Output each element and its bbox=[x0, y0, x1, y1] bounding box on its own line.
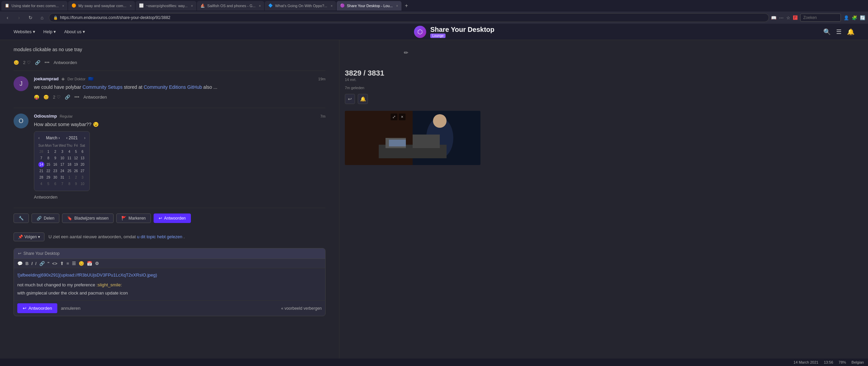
star-icon[interactable]: ☆ bbox=[786, 15, 790, 20]
post-2-link-github[interactable]: GitHub bbox=[187, 84, 202, 90]
sidebar-notify-btn[interactable]: 🔔 bbox=[358, 94, 368, 104]
back-button[interactable]: ‹ bbox=[3, 13, 12, 22]
cal-day-11[interactable]: 11 bbox=[66, 155, 72, 161]
notifications-icon[interactable]: 🔔 bbox=[847, 28, 854, 36]
cal-day-next-1[interactable]: 1 bbox=[66, 175, 72, 180]
cal-day-27[interactable]: 27 bbox=[80, 168, 85, 174]
compose-body[interactable]: ![afbeelding|690x291](upload://fR3bUUjsD… bbox=[14, 268, 325, 300]
cal-day-next-9[interactable]: 9 bbox=[73, 181, 79, 187]
cal-prev-btn[interactable]: ‹ bbox=[38, 136, 40, 140]
cal-day-next-6[interactable]: 6 bbox=[52, 181, 58, 187]
tab-5[interactable]: 🔷 What's Going On With Oppo?... × bbox=[265, 1, 336, 11]
tab-2-close[interactable]: × bbox=[130, 4, 132, 8]
refresh-button[interactable]: ↻ bbox=[26, 13, 35, 22]
tab-5-close[interactable]: × bbox=[331, 4, 333, 8]
cal-day-22[interactable]: 22 bbox=[45, 168, 52, 174]
nav-websites[interactable]: Websites ▾ bbox=[14, 29, 35, 34]
tab-6[interactable]: 🟣 Share Your Desktop - Lou... × bbox=[337, 1, 401, 11]
cal-day-5[interactable]: 5 bbox=[73, 149, 79, 155]
menu-icon[interactable]: ⋯ bbox=[779, 15, 784, 20]
compose-link-gsimplecal[interactable]: gsimplecal bbox=[26, 290, 47, 296]
post-1-link-btn[interactable]: 🔗 bbox=[35, 60, 40, 65]
preview-expand-btn[interactable]: ⤢ bbox=[391, 114, 397, 120]
cal-day-16[interactable]: 16 bbox=[52, 162, 58, 167]
post-2-emoji-btn[interactable]: 😊 bbox=[43, 95, 49, 100]
compose-link-tool[interactable]: 🔗 bbox=[39, 261, 45, 266]
reader-mode-icon[interactable]: 📖 bbox=[771, 15, 776, 20]
cal-day-next-7[interactable]: 7 bbox=[59, 181, 66, 187]
nav-about[interactable]: About us ▾ bbox=[64, 29, 85, 34]
compose-emoji-tool[interactable]: 💬 bbox=[17, 261, 23, 266]
cal-day-next-3[interactable]: 3 bbox=[80, 175, 85, 180]
cal-day-prev-28[interactable]: 28 bbox=[38, 149, 44, 155]
post-2-link-community[interactable]: Community Setups bbox=[82, 84, 122, 90]
cal-day-31[interactable]: 31 bbox=[59, 175, 66, 180]
compose-settings-tool[interactable]: ⚙ bbox=[95, 261, 99, 266]
extensions-icon[interactable]: 🧩 bbox=[852, 15, 857, 20]
nav-help[interactable]: Help ▾ bbox=[43, 29, 56, 34]
post-3-author[interactable]: Odiouslmp bbox=[34, 114, 57, 119]
tab-4[interactable]: ⛵ Sailfish OS and phones - G... × bbox=[197, 1, 264, 11]
compose-slash-tool[interactable]: / bbox=[35, 261, 37, 266]
forward-button[interactable]: › bbox=[14, 13, 24, 22]
cal-day-4[interactable]: 4 bbox=[66, 149, 72, 155]
new-tab-button[interactable]: + bbox=[402, 3, 411, 9]
sync-icon[interactable]: 🔄 bbox=[860, 15, 865, 20]
cal-day-6[interactable]: 6 bbox=[80, 149, 85, 155]
cal-next-btn[interactable]: › bbox=[84, 136, 85, 140]
cal-day-3[interactable]: 3 bbox=[59, 149, 66, 155]
cal-day-15[interactable]: 15 bbox=[45, 162, 52, 167]
cal-day-13[interactable]: 13 bbox=[80, 155, 85, 161]
compose-preview-toggle[interactable]: « voorbeeld verbergen bbox=[281, 306, 322, 311]
reply-toolbar-button[interactable]: ↩ Antwoorden bbox=[154, 214, 191, 223]
follow-button[interactable]: 📌 Volgen ▾ bbox=[14, 232, 44, 241]
cal-day-8[interactable]: 8 bbox=[45, 155, 52, 161]
post-2-author[interactable]: joekamprad bbox=[34, 76, 59, 81]
cal-day-2[interactable]: 2 bbox=[52, 149, 58, 155]
compose-quote-tool[interactable]: " bbox=[47, 261, 50, 266]
sidebar-reply-btn[interactable]: ↩ bbox=[345, 94, 355, 104]
post-3-reply-btn[interactable]: Antwoorden bbox=[34, 195, 57, 200]
compose-cancel-button[interactable]: annuleren bbox=[61, 306, 80, 311]
cal-day-24[interactable]: 24 bbox=[59, 168, 66, 174]
compose-list-tool[interactable]: ≡ bbox=[66, 261, 69, 266]
cal-day-19[interactable]: 19 bbox=[73, 162, 79, 167]
pocket-icon[interactable]: 🅿 bbox=[793, 15, 797, 20]
cal-day-next-10[interactable]: 10 bbox=[80, 181, 85, 187]
post-2-reply-btn[interactable]: Antwoorden bbox=[83, 95, 107, 100]
edit-icon[interactable]: ✏ bbox=[404, 50, 408, 56]
post-1-more-btn[interactable]: ••• bbox=[44, 60, 50, 65]
wrench-button[interactable]: 🔧 bbox=[14, 214, 29, 223]
cal-day-29[interactable]: 29 bbox=[45, 175, 52, 180]
compose-code-tool[interactable]: <> bbox=[52, 261, 57, 266]
cal-day-10[interactable]: 10 bbox=[59, 155, 66, 161]
post-1-emoji-btn[interactable]: 😊 bbox=[14, 60, 19, 65]
cal-day-12[interactable]: 12 bbox=[73, 155, 79, 161]
compose-italic-tool[interactable]: I bbox=[31, 261, 33, 266]
compose-link-pacman[interactable]: pacman bbox=[88, 290, 104, 296]
cal-day-20[interactable]: 20 bbox=[80, 162, 85, 167]
post-1-reply-btn[interactable]: Antwoorden bbox=[54, 60, 77, 65]
tab-1[interactable]: 📋 Using state for exec comm... × bbox=[1, 1, 67, 11]
cal-day-9[interactable]: 9 bbox=[52, 155, 58, 161]
cal-day-30[interactable]: 30 bbox=[52, 175, 58, 180]
cal-day-next-4[interactable]: 4 bbox=[38, 181, 44, 187]
tab-1-close[interactable]: × bbox=[62, 4, 64, 8]
post-2-link-btn[interactable]: 🔗 bbox=[65, 95, 70, 100]
compose-bold-tool[interactable]: B bbox=[25, 261, 28, 266]
cal-day-25[interactable]: 25 bbox=[66, 168, 72, 174]
compose-date-tool[interactable]: 📅 bbox=[87, 261, 92, 266]
account-icon[interactable]: 👤 bbox=[844, 15, 849, 20]
follow-notice-link[interactable]: u dit topic hebt gelezen bbox=[137, 234, 182, 239]
tab-2[interactable]: 🟠 My sway and swaybar com... × bbox=[68, 1, 135, 11]
share-button[interactable]: 🔗 Delen bbox=[32, 214, 59, 223]
cal-day-1[interactable]: 1 bbox=[45, 149, 52, 155]
cal-day-next-8[interactable]: 8 bbox=[66, 181, 72, 187]
hamburger-menu-icon[interactable]: ☰ bbox=[836, 28, 842, 36]
post-1-like-btn[interactable]: 2 ♡ bbox=[23, 60, 31, 65]
post-2-link-editions[interactable]: Community Editions bbox=[144, 84, 186, 90]
search-icon[interactable]: 🔍 bbox=[823, 28, 831, 36]
compose-upload-tool[interactable]: ⬆ bbox=[60, 261, 64, 266]
cal-day-18[interactable]: 18 bbox=[66, 162, 72, 167]
cal-day-next-2[interactable]: 2 bbox=[73, 175, 79, 180]
